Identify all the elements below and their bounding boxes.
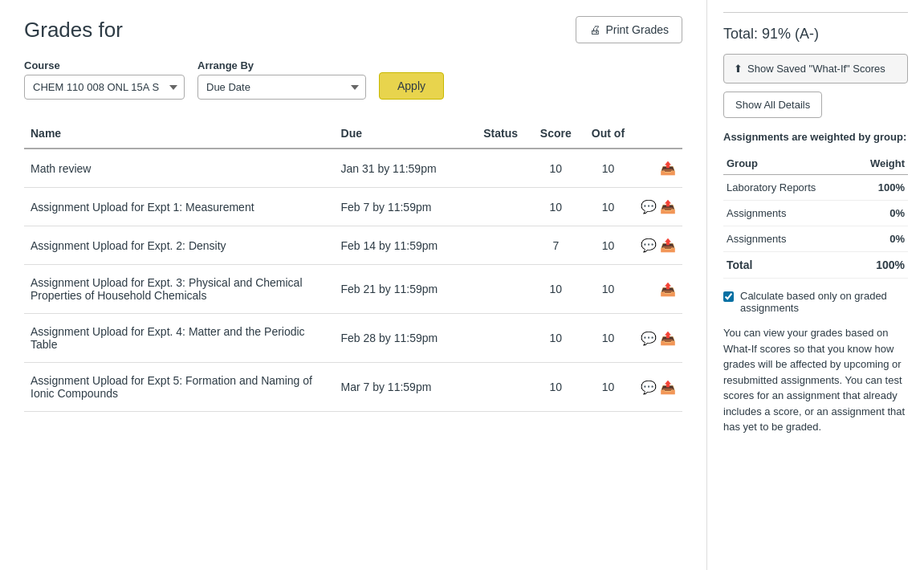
assignment-status [477,149,529,188]
weight-value: 100% [853,252,908,279]
apply-button[interactable]: Apply [379,72,444,100]
weight-value: 0% [853,226,908,252]
what-if-button[interactable]: ⬆ Show Saved "What-If" Scores [723,54,908,83]
assignment-status [477,265,529,314]
assignment-due: Feb 14 by 11:59pm [335,226,478,265]
page-title: Grades for [24,18,123,43]
assignment-outof: 10 [582,188,634,226]
weight-row: Assignments 0% [723,226,908,252]
assignment-name: Assignment Upload for Expt 1: Measuremen… [24,188,335,226]
course-filter-group: Course CHEM 110 008 ONL 15A S [24,59,185,100]
sidebar: Total: 91% (A-) ⬆ Show Saved "What-If" S… [707,0,924,570]
assignment-due: Feb 21 by 11:59pm [335,265,478,314]
weight-col-group: Group [723,153,853,175]
resubmit-icon[interactable]: 💬 [641,332,657,345]
assignment-outof: 10 [582,314,634,363]
assignment-status [477,314,529,363]
filters-row: Course CHEM 110 008 ONL 15A S Arrange By… [24,59,682,100]
weight-row: Laboratory Reports 100% [723,175,908,201]
assignment-outof: 10 [582,226,634,265]
weight-group: Total [723,252,853,279]
assignment-status [477,363,529,412]
weight-row: Assignments 0% [723,201,908,226]
assignment-due: Mar 7 by 11:59pm [335,363,478,412]
weight-group: Assignments [723,201,853,226]
what-if-icon: ⬆ [734,63,743,75]
table-row: Assignment Upload for Expt 5: Formation … [24,363,682,412]
sidebar-divider [723,12,908,13]
table-header-row: Name Due Status Score Out of [24,119,682,149]
assignment-score: 7 [530,226,582,265]
resubmit-icon[interactable]: 💬 [641,381,657,394]
assignment-actions: 💬📤 [634,314,682,363]
submit-icon[interactable]: 📤 [660,332,676,345]
col-header-name: Name [24,119,335,149]
assignment-score: 10 [530,188,582,226]
assignment-score: 10 [530,265,582,314]
assignment-actions: 📤 [634,149,682,188]
course-label: Course [24,59,185,71]
col-header-status: Status [477,119,529,149]
table-row: Assignment Upload for Expt. 2: Density F… [24,226,682,265]
assignment-name: Assignment Upload for Expt. 2: Density [24,226,335,265]
submit-icon[interactable]: 📤 [660,200,676,214]
assignment-score: 10 [530,149,582,188]
weight-total-row: Total 100% [723,252,908,279]
resubmit-icon[interactable]: 💬 [641,238,657,252]
col-header-due: Due [335,119,478,149]
grades-header: Grades for 🖨 Print Grades [24,16,682,43]
table-row: Assignment Upload for Expt. 3: Physical … [24,265,682,314]
resubmit-icon[interactable]: 💬 [641,200,657,214]
show-details-button[interactable]: Show All Details [723,92,822,118]
table-row: Assignment Upload for Expt 1: Measuremen… [24,188,682,226]
arrange-label: Arrange By [197,59,366,71]
assignment-outof: 10 [582,265,634,314]
weight-col-weight: Weight [853,153,908,175]
graded-only-checkbox[interactable] [723,291,734,302]
print-grades-button[interactable]: 🖨 Print Grades [576,16,682,43]
weight-header-row: Group Weight [723,153,908,175]
grades-table: Name Due Status Score Out of Math review… [24,119,682,412]
submit-icon[interactable]: 📤 [660,238,676,252]
main-content: Grades for 🖨 Print Grades Course CHEM 11… [0,0,707,570]
weight-value: 0% [853,201,908,226]
what-if-description: You can view your grades based on What-I… [723,325,908,435]
assignment-actions: 💬📤 [634,363,682,412]
weight-group: Laboratory Reports [723,175,853,201]
table-row: Assignment Upload for Expt. 4: Matter an… [24,314,682,363]
checkbox-label[interactable]: Calculate based only on graded assignmen… [740,290,908,314]
assignment-name: Assignment Upload for Expt. 3: Physical … [24,265,335,314]
table-row: Math review Jan 31 by 11:59pm 10 10 📤 [24,149,682,188]
weight-value: 100% [853,175,908,201]
assignment-status [477,188,529,226]
weight-group: Assignments [723,226,853,252]
arrange-select[interactable]: Due Date [197,75,366,100]
assignment-name: Assignment Upload for Expt 5: Formation … [24,363,335,412]
sidebar-total: Total: 91% (A-) [723,26,908,43]
submit-icon[interactable]: 📤 [660,161,676,175]
assignment-status [477,226,529,265]
col-header-actions [634,119,682,149]
assignment-outof: 10 [582,363,634,412]
assignment-outof: 10 [582,149,634,188]
assignment-due: Feb 28 by 11:59pm [335,314,478,363]
assignment-score: 10 [530,363,582,412]
course-select[interactable]: CHEM 110 008 ONL 15A S [24,75,185,100]
arrange-filter-group: Arrange By Due Date [197,59,366,100]
printer-icon: 🖨 [589,23,600,36]
col-header-score: Score [530,119,582,149]
submit-icon[interactable]: 📤 [660,381,676,394]
submit-icon[interactable]: 📤 [660,283,676,296]
assignment-due: Feb 7 by 11:59pm [335,188,478,226]
assignment-actions: 📤 [634,265,682,314]
checkbox-row: Calculate based only on graded assignmen… [723,290,908,314]
assignment-name: Math review [24,149,335,188]
assignment-actions: 💬📤 [634,188,682,226]
assignment-name: Assignment Upload for Expt. 4: Matter an… [24,314,335,363]
assignment-actions: 💬📤 [634,226,682,265]
weight-table: Group Weight Laboratory Reports 100% Ass… [723,153,908,279]
weighted-label: Assignments are weighted by group: [723,131,908,143]
col-header-outof: Out of [582,119,634,149]
assignment-score: 10 [530,314,582,363]
assignment-due: Jan 31 by 11:59pm [335,149,478,188]
